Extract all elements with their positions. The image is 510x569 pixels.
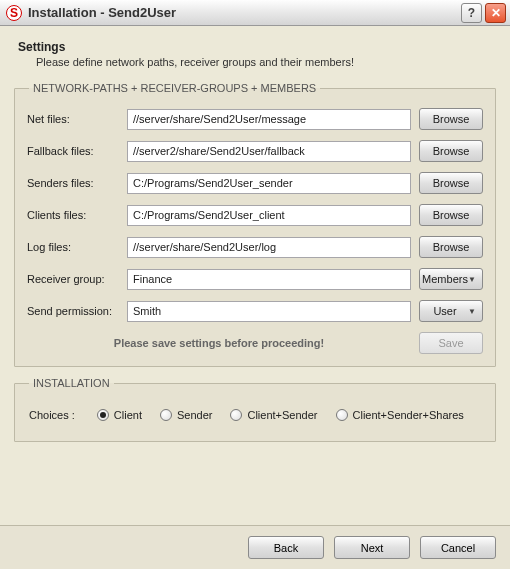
log-files-browse-button[interactable]: Browse <box>419 236 483 258</box>
close-button[interactable]: ✕ <box>485 3 506 23</box>
senders-files-label: Senders files: <box>27 177 127 189</box>
installation-group: INSTALLATION Choices : Client Sender Cli… <box>14 377 496 442</box>
choices-label: Choices : <box>29 409 75 421</box>
paths-group-legend: NETWORK-PATHS + RECEIVER-GROUPS + MEMBER… <box>29 82 320 94</box>
radio-sender[interactable]: Sender <box>160 409 212 421</box>
radio-client-label: Client <box>114 409 142 421</box>
clients-files-label: Clients files: <box>27 209 127 221</box>
window-title: Installation - Send2User <box>28 5 461 20</box>
back-button[interactable]: Back <box>248 536 324 559</box>
net-files-input[interactable] <box>127 109 411 130</box>
log-files-input[interactable] <box>127 237 411 258</box>
net-files-browse-button[interactable]: Browse <box>419 108 483 130</box>
fallback-files-browse-button[interactable]: Browse <box>419 140 483 162</box>
log-files-label: Log files: <box>27 241 127 253</box>
titlebar: S Installation - Send2User ? ✕ <box>0 0 510 26</box>
radio-dot-icon <box>336 409 348 421</box>
user-dropdown-button[interactable]: User ▼ <box>419 300 483 322</box>
next-button[interactable]: Next <box>334 536 410 559</box>
radio-client-sender-label: Client+Sender <box>247 409 317 421</box>
page-subheading: Please define network paths, receiver gr… <box>36 56 496 68</box>
send-permission-input[interactable] <box>127 301 411 322</box>
paths-group: NETWORK-PATHS + RECEIVER-GROUPS + MEMBER… <box>14 82 496 367</box>
senders-files-browse-button[interactable]: Browse <box>419 172 483 194</box>
net-files-label: Net files: <box>27 113 127 125</box>
radio-dot-icon <box>160 409 172 421</box>
app-icon: S <box>6 5 22 21</box>
senders-files-input[interactable] <box>127 173 411 194</box>
receiver-group-label: Receiver group: <box>27 273 127 285</box>
receiver-group-input[interactable] <box>127 269 411 290</box>
chevron-down-icon: ▼ <box>468 275 476 284</box>
help-button[interactable]: ? <box>461 3 482 23</box>
save-hint: Please save settings before proceeding! <box>27 337 411 349</box>
installation-group-legend: INSTALLATION <box>29 377 114 389</box>
members-dropdown-button[interactable]: Members ▼ <box>419 268 483 290</box>
radio-dot-icon <box>97 409 109 421</box>
radio-client-sender-shares[interactable]: Client+Sender+Shares <box>336 409 464 421</box>
radio-dot-icon <box>230 409 242 421</box>
footer: Back Next Cancel <box>0 525 510 569</box>
fallback-files-label: Fallback files: <box>27 145 127 157</box>
radio-client-sender-shares-label: Client+Sender+Shares <box>353 409 464 421</box>
page-heading: Settings <box>18 40 496 54</box>
cancel-button[interactable]: Cancel <box>420 536 496 559</box>
clients-files-input[interactable] <box>127 205 411 226</box>
user-button-label: User <box>433 305 456 317</box>
radio-sender-label: Sender <box>177 409 212 421</box>
fallback-files-input[interactable] <box>127 141 411 162</box>
radio-client-sender[interactable]: Client+Sender <box>230 409 317 421</box>
chevron-down-icon: ▼ <box>468 307 476 316</box>
clients-files-browse-button[interactable]: Browse <box>419 204 483 226</box>
members-button-label: Members <box>422 273 468 285</box>
save-button[interactable]: Save <box>419 332 483 354</box>
radio-client[interactable]: Client <box>97 409 142 421</box>
send-permission-label: Send permission: <box>27 305 127 317</box>
